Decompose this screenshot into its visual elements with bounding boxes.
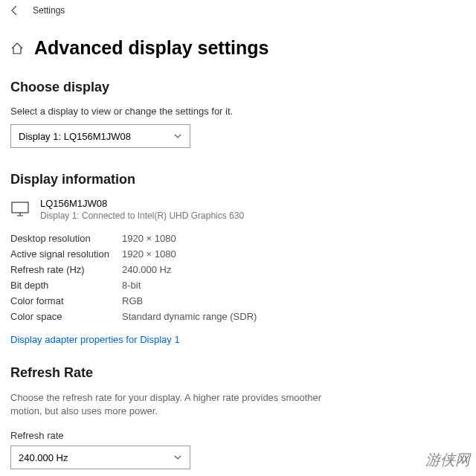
info-row: Desktop resolution1920 × 1080 — [10, 233, 466, 244]
info-row: Active signal resolution1920 × 1080 — [10, 248, 466, 260]
choose-display-heading: Choose display — [10, 80, 466, 95]
display-info-heading: Display information — [10, 172, 466, 187]
info-value: 240.000 Hz — [122, 264, 172, 275]
info-value: RGB — [122, 295, 143, 306]
info-label: Bit depth — [10, 280, 122, 291]
refresh-rate-select[interactable]: 240.000 Hz — [10, 446, 190, 469]
refresh-rate-heading: Refresh Rate — [10, 365, 466, 381]
back-arrow-icon[interactable] — [9, 4, 21, 16]
content: Advanced display settings Choose display… — [0, 37, 476, 476]
info-value: 8-bit — [122, 280, 141, 291]
info-label: Refresh rate (Hz) — [10, 264, 122, 275]
monitor-icon — [10, 199, 30, 219]
refresh-rate-section: Refresh Rate Choose the refresh rate for… — [10, 365, 466, 476]
adapter-properties-link[interactable]: Display adapter properties for Display 1 — [10, 334, 180, 345]
info-row: Bit depth8-bit — [10, 280, 466, 291]
app-title: Settings — [33, 5, 65, 16]
page-title-row: Advanced display settings — [10, 37, 466, 59]
info-label: Active signal resolution — [10, 248, 122, 260]
monitor-labels: LQ156M1JW08 Display 1: Connected to Inte… — [40, 198, 244, 221]
refresh-rate-desc: Choose the refresh rate for your display… — [10, 391, 323, 418]
display-info-section: Display information LQ156M1JW08 Display … — [10, 172, 466, 346]
info-row: Color spaceStandard dynamic range (SDR) — [10, 311, 466, 322]
info-value: Standard dynamic range (SDR) — [122, 311, 257, 322]
home-icon[interactable] — [10, 42, 24, 55]
chevron-down-icon — [173, 132, 182, 141]
info-row: Refresh rate (Hz)240.000 Hz — [10, 264, 466, 275]
info-label: Desktop resolution — [10, 233, 122, 244]
refresh-rate-label: Refresh rate — [10, 430, 466, 441]
info-label: Color format — [10, 295, 122, 306]
info-value: 1920 × 1080 — [122, 233, 176, 244]
info-table: Desktop resolution1920 × 1080 Active sig… — [10, 233, 466, 322]
display-select-value: Display 1: LQ156M1JW08 — [19, 131, 131, 142]
info-value: 1920 × 1080 — [122, 248, 176, 260]
page-title: Advanced display settings — [34, 37, 268, 59]
info-row: Color formatRGB — [10, 295, 466, 306]
monitor-sub: Display 1: Connected to Intel(R) UHD Gra… — [40, 210, 244, 221]
svg-rect-0 — [12, 202, 28, 213]
header-bar: Settings — [0, 0, 476, 21]
monitor-row: LQ156M1JW08 Display 1: Connected to Inte… — [10, 198, 466, 221]
display-select[interactable]: Display 1: LQ156M1JW08 — [10, 124, 190, 148]
info-label: Color space — [10, 311, 122, 322]
monitor-name: LQ156M1JW08 — [40, 198, 244, 209]
choose-display-desc: Select a display to view or change the s… — [10, 106, 466, 117]
refresh-rate-select-value: 240.000 Hz — [19, 452, 68, 463]
chevron-down-icon — [173, 453, 182, 462]
